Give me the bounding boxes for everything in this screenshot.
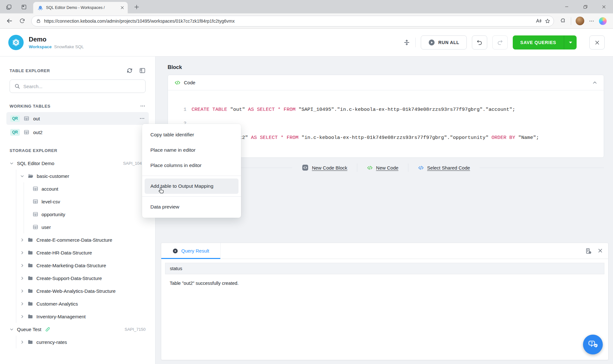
tree-project-row[interactable]: SQL Editor DemoSAPI_104 (10, 157, 146, 170)
vertical-tabs-icon[interactable] (20, 4, 27, 11)
chevron-right-icon[interactable] (20, 315, 24, 319)
menu-item[interactable]: Place name in editor (142, 142, 241, 158)
folder-icon (27, 339, 33, 345)
result-column-header: status (165, 263, 604, 274)
favorites-star-icon[interactable] (545, 18, 550, 24)
chevron-down-icon[interactable] (10, 327, 14, 331)
new-code-button[interactable]: New Code (367, 165, 398, 171)
tree-bucket-row[interactable]: Create-E-commerce-Data-Structure (16, 233, 146, 246)
tree-table-row[interactable]: user (24, 221, 146, 233)
search-icon (14, 83, 20, 89)
working-table-row[interactable]: QRout (6, 112, 149, 125)
bucket-name: Customer-Analytics (36, 301, 78, 307)
tree-bucket-row[interactable]: Inventory-Management (16, 310, 146, 323)
folder-icon (27, 237, 33, 243)
table-icon (24, 116, 29, 121)
restore-button[interactable] (576, 0, 594, 13)
chevron-right-icon[interactable] (20, 251, 24, 255)
extensions-icon[interactable] (560, 18, 566, 24)
workspace-header: Demo Workspace Snowflake SQL RUN ALL (0, 29, 613, 57)
tab-title: SQL Editor Demo - Workspaces / (46, 5, 117, 10)
tree-bucket-row[interactable]: Customer-Analytics (16, 297, 146, 310)
back-button[interactable] (4, 16, 15, 27)
tree-project-row[interactable]: Queue TestSAPI_7150 (10, 323, 146, 336)
chevron-right-icon[interactable] (20, 340, 24, 344)
address-bar[interactable]: https://connection.keboola.com/admin/pro… (31, 16, 554, 27)
chevron-right-icon[interactable] (20, 302, 24, 306)
settings-menu-icon[interactable] (589, 18, 594, 24)
close-result-icon[interactable] (597, 248, 603, 254)
table-icon (33, 199, 38, 204)
snowflake-logo-icon (8, 35, 24, 50)
minimize-button[interactable] (557, 0, 576, 13)
select-shared-code-button[interactable]: Select Shared Code (418, 165, 470, 171)
chevron-down-icon[interactable] (10, 161, 14, 165)
save-queries-label[interactable]: SAVE QUERIES (513, 35, 564, 49)
help-chat-button[interactable]: ? (583, 335, 603, 354)
close-editor-button[interactable] (589, 35, 605, 49)
project-children: currency-rates (16, 336, 146, 348)
redo-button[interactable] (492, 35, 508, 49)
chevron-down-icon[interactable] (20, 174, 24, 178)
profile-avatar[interactable] (576, 17, 584, 25)
lock-icon[interactable] (36, 19, 41, 23)
refresh-explorer-icon[interactable] (126, 67, 133, 74)
copilot-icon[interactable] (599, 17, 607, 25)
new-tab-button[interactable] (133, 3, 140, 11)
header-divider (415, 38, 416, 47)
menu-item[interactable]: Data preview (142, 199, 241, 215)
search-input[interactable] (23, 84, 141, 89)
query-result-tabbar: Query Result (161, 243, 608, 259)
menu-item-label: Add table to Output Mapping (150, 183, 213, 189)
table-icon (24, 129, 29, 135)
tree-bucket-row[interactable]: currency-rates (16, 336, 146, 348)
tree-bucket-row[interactable]: Create-Support-Data-Structure (16, 272, 146, 284)
run-all-button[interactable]: RUN ALL (421, 35, 467, 49)
code-panel-header[interactable]: Code (168, 75, 604, 90)
tree-bucket-row[interactable]: Create-Marketing-Data-Structure (16, 259, 146, 272)
tree-bucket-row[interactable]: Create-HR-Data-Structure (16, 246, 146, 259)
menu-item[interactable]: Copy table identifier (142, 127, 241, 142)
read-aloud-icon[interactable] (535, 18, 541, 24)
refresh-button[interactable] (17, 16, 27, 27)
url-text[interactable]: https://connection.keboola.com/admin/pro… (44, 19, 532, 24)
code-line[interactable]: 1CREATE TABLE "out" AS SELECT * FROM "SA… (168, 102, 604, 117)
save-queries-dropdown[interactable] (564, 35, 577, 49)
tree-bucket-row-open[interactable]: basic-customer (16, 170, 146, 182)
undo-button[interactable] (472, 35, 487, 49)
chevron-right-icon[interactable] (20, 263, 24, 268)
tab-groups-icon[interactable] (5, 4, 12, 11)
browser-tab[interactable]: SQL Editor Demo - Workspaces / (33, 2, 128, 13)
folder-icon (27, 314, 33, 319)
tab-close-icon[interactable] (120, 5, 125, 10)
row-menu-button[interactable] (139, 116, 145, 121)
divider-line (357, 163, 357, 172)
line-number: 1 (168, 102, 186, 117)
collapse-all-blocks-icon[interactable] (403, 39, 410, 46)
new-code-block-button[interactable]: New Code Block (302, 164, 347, 171)
chevron-right-icon[interactable] (20, 289, 24, 293)
toggle-sidebar-icon[interactable] (139, 67, 146, 74)
table-name: user (42, 224, 51, 230)
result-info-icon[interactable] (585, 248, 592, 254)
tree-table-row[interactable]: level-csv (24, 195, 146, 208)
working-table-row[interactable]: QRout2 (6, 126, 149, 139)
query-result-tab[interactable]: Query Result (161, 243, 221, 259)
menu-item[interactable]: Add table to Output Mapping (145, 178, 238, 194)
table-explorer-header: TABLE EXPLORER (10, 67, 146, 74)
save-queries-button[interactable]: SAVE QUERIES (513, 35, 577, 49)
chevron-right-icon[interactable] (20, 276, 24, 280)
project-name: SQL Editor Demo (17, 161, 54, 166)
tree-table-row[interactable]: opportunity (24, 208, 146, 221)
close-window-button[interactable] (594, 0, 613, 13)
collapse-code-icon[interactable] (592, 80, 597, 85)
tree-table-row[interactable]: account (24, 182, 146, 195)
chevron-right-icon[interactable] (20, 238, 24, 242)
table-search[interactable] (10, 80, 146, 93)
workspace-backend-label: Snowflake SQL (54, 44, 84, 49)
working-tables-menu-icon[interactable] (140, 103, 146, 109)
header-actions: RUN ALL SAVE QUERIES (403, 35, 605, 49)
menu-item[interactable]: Place columns in editor (142, 158, 241, 173)
tree-bucket-row[interactable]: Create-Web-Analytics-Data-Structure (16, 284, 146, 297)
working-tables-list: QRoutQRout2 (10, 112, 146, 139)
